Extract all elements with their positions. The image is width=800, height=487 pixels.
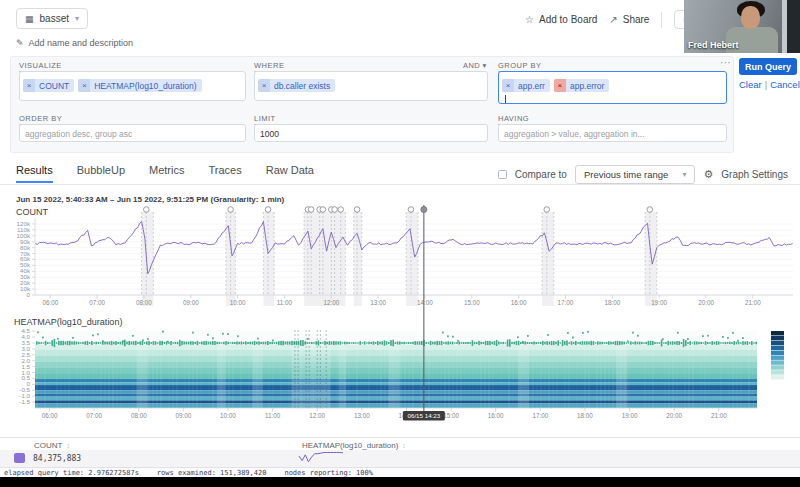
deploy-marker-icon[interactable] [408,207,414,213]
and-label: AND [463,61,480,70]
webcam-overlay: Fred Hebert [684,0,800,53]
tab-bubbleup[interactable]: BubbleUp [77,164,125,183]
letterbox-bar [0,477,800,487]
tab-results[interactable]: Results [16,164,53,183]
results-toolbar: Compare to Previous time range ▾ ⚙ Graph… [498,165,788,184]
heatmap-x-tick-label: 18:00 [577,412,593,419]
heatmap-x-tick-label: 17:00 [532,412,548,419]
chip-remove-icon[interactable]: × [23,79,35,92]
count-x-tick-label: 09:00 [183,299,199,306]
share-button[interactable]: ↗ Share [609,14,649,25]
chip-remove-icon[interactable]: × [78,79,90,92]
count-x-tick-label: 21:00 [745,299,761,306]
group-by-input[interactable]: ×app.err×app.error [498,71,727,104]
chevron-down-icon: ▾ [682,170,686,179]
visualize-input[interactable]: ×COUNT×HEATMAP(log10_duration) [19,71,246,101]
having-input[interactable]: aggregation > value, aggregation in... [498,124,727,142]
marker-band [263,212,274,306]
time-range-compare-select[interactable]: Previous time range ▾ [575,165,696,184]
results-tabs: ResultsBubbleUpMetricsTracesRaw Data [16,164,314,183]
share-icon: ↗ [609,14,617,25]
chip-remove-icon[interactable]: × [258,79,270,92]
add-to-board-button[interactable]: ☆ Add to Board [525,14,597,25]
honeycomb-query-app: ▦ basset ▾ ✎ Add name and description ☆ … [0,0,800,487]
count-x-tick-label: 12:00 [323,299,339,306]
deploy-marker-icon[interactable] [265,207,271,213]
crosshair-tooltip-label: 06/15 14:23 [408,412,441,419]
legend-swatch [771,331,784,335]
rows-examined: rows examined: 151,389,420 [157,469,267,477]
legend-swatch [771,365,784,369]
query-menu-button[interactable]: ⋯ [720,56,731,69]
count-y-tick-label: 120k [17,220,31,227]
having-placeholder: aggregation > value, aggregation in... [502,127,723,141]
chip-remove-icon[interactable]: × [554,79,566,92]
share-label: Share [623,14,650,25]
limit-input[interactable]: 1000 [254,124,488,142]
heatmap-x-tick-label: 21:00 [711,412,727,419]
webcam-person-face [741,6,760,29]
summary-table-row[interactable] [0,450,800,467]
heatmap-chart[interactable]: 4.54.03.53.02.52.01.51.00.50-0.5-1.0-1.5… [19,327,757,418]
summary-count-value: 84,375,883 [33,454,81,463]
tab-raw-data[interactable]: Raw Data [266,164,314,183]
count-x-tick-label: 16:00 [511,299,527,306]
nodes-reporting: nodes reporting: 100% [284,469,373,477]
webcam-name-label: Fred Hebert [688,40,739,50]
chevron-down-icon: ▾ [75,14,79,23]
deploy-marker-icon[interactable] [647,207,653,213]
query-chip[interactable]: ×HEATMAP(log10_duration) [78,79,201,92]
chevron-down-icon: ▾ [483,61,487,70]
where-input[interactable]: ×db.caller exists [254,71,488,101]
heatmap-sparkline [297,451,345,465]
marker-band [142,212,154,306]
deploy-marker-icon[interactable] [228,207,234,213]
sort-icon[interactable]: ↕ [402,442,406,449]
compare-to-checkbox[interactable] [498,170,507,179]
chip-label: COUNT [39,81,74,91]
star-icon: ☆ [525,14,534,25]
webcam-background-door [787,0,800,53]
heatmap-x-tick-label: 19:00 [622,412,638,419]
where-join-selector[interactable]: AND ▾ [463,61,487,70]
sort-icon[interactable]: ↕ [66,442,70,449]
deploy-marker-icon[interactable] [143,207,149,213]
order-by-input[interactable]: aggregation desc, group asc [19,124,246,142]
query-chip[interactable]: ×COUNT [23,79,74,92]
query-chip[interactable]: ×app.error [554,79,610,92]
deploy-marker-icon[interactable] [332,207,338,213]
count-x-tick-label: 15:00 [464,299,480,306]
add-name-button[interactable]: ✎ Add name and description [16,38,133,48]
count-x-tick-label: 08:00 [136,299,152,306]
tab-traces[interactable]: Traces [208,164,241,183]
clear-button[interactable]: Clear [739,79,762,90]
sparkline-path [299,453,343,462]
query-chip[interactable]: ×db.caller exists [258,79,335,92]
charts-canvas[interactable]: 010k20k30k40k50k60k70k80k90k100k110k120k… [0,192,800,437]
count-x-tick-label: 14:00 [417,299,433,306]
deploy-marker-icon[interactable] [308,207,314,213]
deploy-marker-icon[interactable] [338,207,344,213]
heatmap-x-tick-label: 08:00 [131,412,147,419]
heatmap-y-tick-label: -1.5 [19,398,30,405]
heatmap-legend [771,331,784,380]
deploy-marker-icon[interactable] [544,207,550,213]
marker-band [406,212,418,306]
deploy-marker-icon[interactable] [320,207,326,213]
count-x-tick-label: 17:00 [558,299,574,306]
divider [661,12,662,28]
count-chart[interactable]: 010k20k30k40k50k60k70k80k90k100k110k120k… [17,207,793,306]
deploy-marker-icon[interactable] [354,207,360,213]
dataset-selector[interactable]: ▦ basset ▾ [16,8,88,29]
graph-settings-button[interactable]: Graph Settings [721,169,788,180]
cancel-button[interactable]: Cancel [770,79,800,90]
count-x-tick-label: 13:00 [370,299,386,306]
tab-metrics[interactable]: Metrics [149,164,184,183]
heatmap-x-tick-label: 10:00 [220,412,236,419]
heatmap-x-tick-label: 07:00 [86,412,102,419]
chip-remove-icon[interactable]: × [502,79,514,92]
legend-swatch [771,356,784,360]
run-query-button[interactable]: Run Query [739,58,797,75]
gear-icon[interactable]: ⚙ [703,168,713,181]
query-chip[interactable]: ×app.err [502,79,550,92]
